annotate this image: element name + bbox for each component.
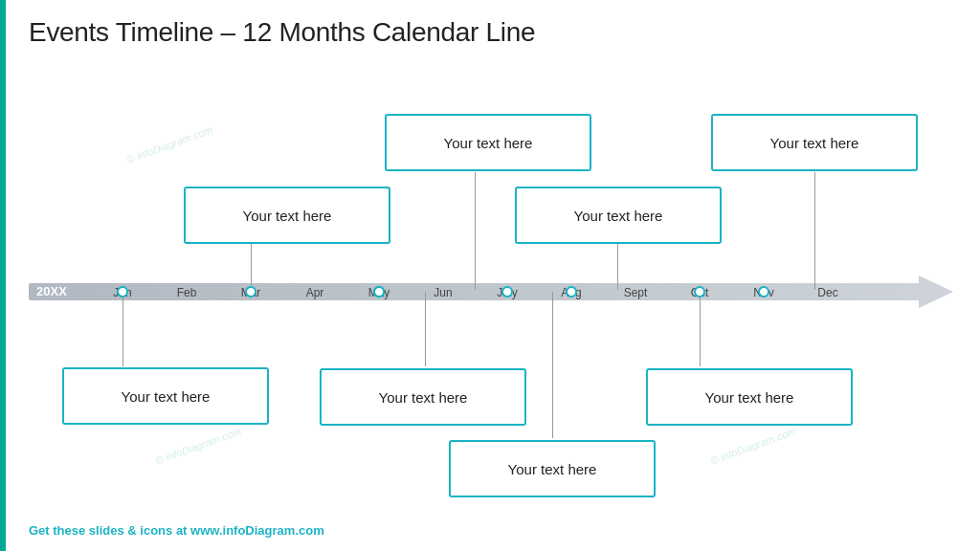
above-box-2: Your text here xyxy=(184,187,390,244)
marker-mar-above xyxy=(245,286,256,298)
marker-july-below xyxy=(501,286,513,298)
footer-domain: .com xyxy=(295,523,323,538)
connector-july-below xyxy=(552,292,553,438)
footer-brand: infoDiagram xyxy=(223,523,296,538)
below-box-1: Your text here xyxy=(62,367,269,425)
below-box-3: Your text here xyxy=(449,440,656,497)
above-box-4: Your text here xyxy=(711,114,918,171)
marker-nov-above xyxy=(758,286,769,298)
footer: Get these slides & icons at www.infoDiag… xyxy=(29,523,324,538)
watermark-1: © infoDiagram.com xyxy=(125,123,214,165)
marker-aug-above xyxy=(566,286,577,298)
above-box-1: Your text here xyxy=(385,114,591,171)
page-title: Events Timeline – 12 Months Calendar Lin… xyxy=(29,17,535,48)
connector-oct-below xyxy=(700,292,701,366)
accent-bar xyxy=(0,0,6,551)
footer-text: Get these slides & icons at www. xyxy=(29,523,223,538)
watermark-2: © infoDiagram.com xyxy=(154,425,243,467)
below-box-2: Your text here xyxy=(320,368,526,426)
connector-aug-above xyxy=(617,244,618,290)
connector-may-below xyxy=(425,292,426,366)
year-label: 20XX xyxy=(36,284,67,298)
marker-oct-below xyxy=(694,286,705,298)
below-box-4: Your text here xyxy=(646,368,853,426)
month-jun: Jun xyxy=(434,286,452,299)
connector-may-above xyxy=(475,172,476,290)
month-apr: Apr xyxy=(306,286,324,299)
month-feb: Feb xyxy=(177,286,197,299)
timeline-bar xyxy=(29,283,928,300)
connector-nov-above xyxy=(814,172,815,290)
timeline-arrow xyxy=(919,276,953,308)
above-box-3: Your text here xyxy=(515,187,722,244)
marker-may-below xyxy=(373,286,385,298)
month-sept: Sept xyxy=(624,286,648,299)
month-dec: Dec xyxy=(817,286,837,299)
watermark-3: © infoDiagram.com xyxy=(709,425,798,467)
timeline: 20XX Jan Feb Mar Apr May Jun July Aug Se… xyxy=(29,276,957,308)
marker-jan-below xyxy=(117,286,128,298)
connector-mar-above xyxy=(251,244,252,290)
connector-jan-below xyxy=(122,292,123,366)
